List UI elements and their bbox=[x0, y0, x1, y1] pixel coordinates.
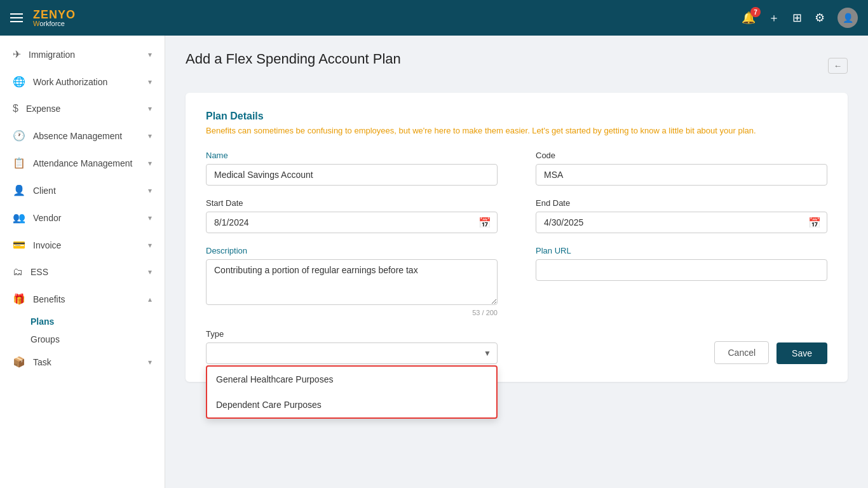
plan-url-label: Plan URL bbox=[536, 246, 827, 255]
sidebar-item-work-authorization[interactable]: 🌐 Work Authorization ▾ bbox=[0, 68, 165, 95]
end-date-label: End Date bbox=[536, 198, 827, 208]
immigration-icon: ✈ bbox=[13, 48, 21, 60]
sidebar-sub-plans[interactable]: Plans bbox=[0, 313, 165, 330]
dropdown-option-dependent[interactable]: Dependent Care Purposes bbox=[207, 392, 496, 417]
sidebar-item-invoice[interactable]: 💳 Invoice ▾ bbox=[0, 231, 165, 259]
sidebar-item-ess[interactable]: 🗂 ESS ▾ bbox=[0, 259, 165, 285]
benefits-icon: 🎁 bbox=[13, 293, 25, 305]
chevron-down-icon: ▾ bbox=[148, 268, 152, 276]
sidebar-item-label: Work Authorization bbox=[33, 77, 107, 87]
calendar-icon[interactable]: 📅 bbox=[478, 217, 491, 229]
attendance-icon: 📋 bbox=[13, 157, 25, 169]
chevron-down-icon: ▾ bbox=[148, 78, 152, 86]
topnav-left: ZENYO Workforce bbox=[10, 9, 76, 27]
form-grid: Name Code Start Date 📅 bbox=[206, 151, 827, 364]
sidebar-scroll: ✈ Immigration ▾ 🌐 Work Authorization ▾ $… bbox=[0, 36, 165, 488]
save-button[interactable]: Save bbox=[776, 342, 827, 364]
back-button[interactable]: ← bbox=[828, 58, 848, 74]
plan-url-input[interactable] bbox=[536, 259, 827, 281]
sidebar: ✈ Immigration ▾ 🌐 Work Authorization ▾ $… bbox=[0, 36, 165, 488]
sidebar-item-label: Invoice bbox=[33, 240, 61, 250]
user-avatar[interactable]: 👤 bbox=[837, 8, 858, 28]
field-name: Name bbox=[206, 151, 498, 186]
main-layout: ✈ Immigration ▾ 🌐 Work Authorization ▾ $… bbox=[0, 36, 868, 488]
start-date-label: Start Date bbox=[206, 198, 498, 208]
name-input[interactable] bbox=[206, 164, 498, 186]
sidebar-item-client[interactable]: 👤 Client ▾ bbox=[0, 177, 165, 204]
sidebar-item-label: Absence Management bbox=[33, 131, 122, 141]
invoice-icon: 💳 bbox=[13, 239, 25, 251]
start-date-input[interactable] bbox=[206, 212, 498, 233]
sidebar-item-immigration[interactable]: ✈ Immigration ▾ bbox=[0, 41, 165, 68]
type-select[interactable]: General Healthcare Purposes Dependent Ca… bbox=[206, 342, 498, 364]
chevron-down-icon: ▾ bbox=[148, 132, 152, 140]
add-button[interactable]: ＋ bbox=[768, 10, 780, 25]
field-end-date: End Date 📅 bbox=[536, 198, 827, 233]
end-date-input[interactable] bbox=[536, 212, 827, 233]
settings-button[interactable]: ⚙ bbox=[815, 11, 825, 25]
sidebar-item-label: Task bbox=[33, 357, 51, 367]
notification-badge: 7 bbox=[750, 7, 761, 17]
sidebar-item-label: Immigration bbox=[29, 50, 75, 60]
chevron-down-icon: ▾ bbox=[148, 159, 152, 168]
sidebar-item-label: Attendance Management bbox=[33, 158, 132, 168]
field-code: Code bbox=[536, 151, 827, 186]
client-icon: 👤 bbox=[13, 184, 25, 196]
name-label: Name bbox=[206, 151, 498, 160]
empty-col: Cancel Save bbox=[536, 329, 827, 364]
sidebar-item-label: Benefits bbox=[33, 294, 65, 304]
sidebar-item-label: Client bbox=[33, 186, 56, 196]
chevron-down-icon: ▾ bbox=[148, 104, 152, 113]
absence-icon: 🕐 bbox=[13, 130, 25, 142]
code-label: Code bbox=[536, 151, 827, 160]
expense-icon: $ bbox=[13, 103, 18, 114]
work-auth-icon: 🌐 bbox=[13, 76, 25, 88]
type-dropdown: General Healthcare Purposes Dependent Ca… bbox=[206, 365, 498, 419]
menu-button[interactable] bbox=[10, 13, 23, 22]
chevron-down-icon: ▾ bbox=[148, 241, 152, 250]
calendar-icon[interactable]: 📅 bbox=[808, 217, 821, 229]
sidebar-item-vendor[interactable]: 👥 Vendor ▾ bbox=[0, 204, 165, 231]
chevron-down-icon: ▾ bbox=[148, 214, 152, 222]
sidebar-item-attendance-management[interactable]: 📋 Attendance Management ▾ bbox=[0, 149, 165, 177]
chevron-down-icon: ▾ bbox=[148, 358, 152, 367]
section-title: Plan Details bbox=[206, 111, 827, 122]
chevron-down-icon: ▾ bbox=[148, 50, 152, 59]
code-input[interactable] bbox=[536, 164, 827, 186]
type-select-wrapper: General Healthcare Purposes Dependent Ca… bbox=[206, 342, 498, 364]
section-subtitle: Benefits can sometimes be confusing to e… bbox=[206, 126, 827, 135]
sidebar-item-expense[interactable]: $ Expense ▾ bbox=[0, 95, 165, 122]
page-title: Add a Flex Spending Account Plan bbox=[186, 51, 401, 67]
field-type: Type General Healthcare Purposes Depende… bbox=[206, 329, 498, 364]
logo-workforce: Workforce bbox=[33, 20, 76, 27]
sidebar-sub-groups[interactable]: Groups bbox=[0, 330, 165, 348]
app-logo: ZENYO Workforce bbox=[33, 9, 76, 27]
logo-w: W bbox=[33, 20, 39, 27]
char-count: 53 / 200 bbox=[206, 309, 498, 316]
description-label: Description bbox=[206, 246, 498, 255]
vendor-icon: 👥 bbox=[13, 212, 25, 224]
top-navigation: ZENYO Workforce 🔔 7 ＋ ⊞ ⚙ 👤 bbox=[0, 0, 868, 36]
sidebar-item-task[interactable]: 📦 Task ▾ bbox=[0, 348, 165, 376]
topnav-right: 🔔 7 ＋ ⊞ ⚙ 👤 bbox=[742, 8, 858, 28]
dropdown-option-general[interactable]: General Healthcare Purposes bbox=[207, 367, 496, 392]
type-label: Type bbox=[206, 329, 498, 339]
ess-icon: 🗂 bbox=[13, 266, 23, 278]
description-textarea[interactable]: Contributing a portion of regular earnin… bbox=[206, 259, 498, 305]
field-start-date: Start Date 📅 bbox=[206, 198, 498, 233]
sidebar-item-label: ESS bbox=[31, 267, 48, 277]
plan-details-card: Plan Details Benefits can sometimes be c… bbox=[186, 93, 848, 382]
grid-button[interactable]: ⊞ bbox=[792, 11, 802, 25]
field-plan-url: Plan URL bbox=[536, 246, 827, 316]
logo-zenyo: ZENYO bbox=[33, 9, 76, 20]
chevron-down-icon: ▾ bbox=[148, 186, 152, 195]
chevron-up-icon: ▴ bbox=[148, 295, 152, 304]
cancel-button[interactable]: Cancel bbox=[714, 341, 769, 364]
sidebar-item-label: Expense bbox=[26, 104, 60, 114]
task-icon: 📦 bbox=[13, 356, 25, 368]
sidebar-item-label: Vendor bbox=[33, 213, 61, 223]
notification-bell[interactable]: 🔔 7 bbox=[742, 11, 756, 25]
sidebar-item-absence-management[interactable]: 🕐 Absence Management ▾ bbox=[0, 122, 165, 149]
field-description: Description Contributing a portion of re… bbox=[206, 246, 498, 316]
sidebar-item-benefits[interactable]: 🎁 Benefits ▴ bbox=[0, 285, 165, 313]
